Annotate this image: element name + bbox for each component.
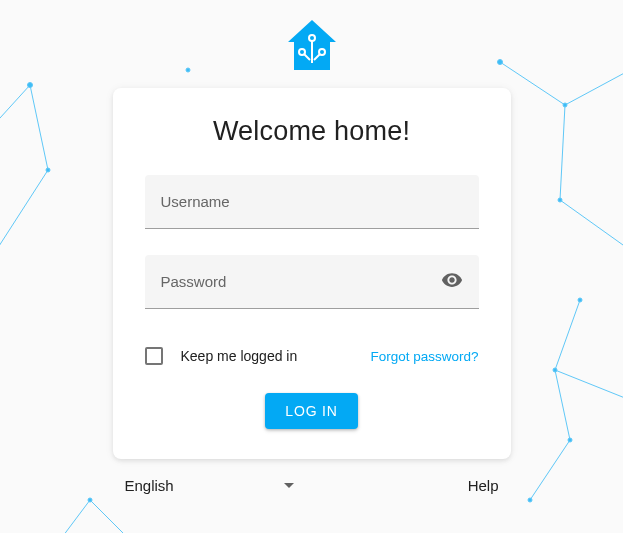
password-field[interactable]: Password <box>145 255 479 309</box>
svg-line-21 <box>90 500 130 533</box>
language-label: English <box>125 477 174 494</box>
help-link[interactable]: Help <box>468 477 499 494</box>
svg-point-23 <box>88 498 92 502</box>
svg-point-20 <box>528 498 532 502</box>
keep-logged-in-checkbox[interactable] <box>145 347 163 365</box>
username-label: Username <box>161 193 230 210</box>
forgot-password-link[interactable]: Forgot password? <box>370 349 478 364</box>
app-logo <box>284 18 340 76</box>
password-label: Password <box>161 273 227 290</box>
chevron-down-icon <box>284 483 294 488</box>
login-card: Welcome home! Username Password Keep me … <box>113 88 511 459</box>
show-password-icon[interactable] <box>441 269 463 295</box>
login-button[interactable]: LOG IN <box>265 393 357 429</box>
footer-bar: English Help <box>113 477 511 494</box>
keep-logged-in-label: Keep me logged in <box>181 348 298 364</box>
username-field[interactable]: Username <box>145 175 479 229</box>
svg-line-22 <box>60 500 90 533</box>
language-select[interactable]: English <box>125 477 294 494</box>
page-title: Welcome home! <box>213 116 410 147</box>
